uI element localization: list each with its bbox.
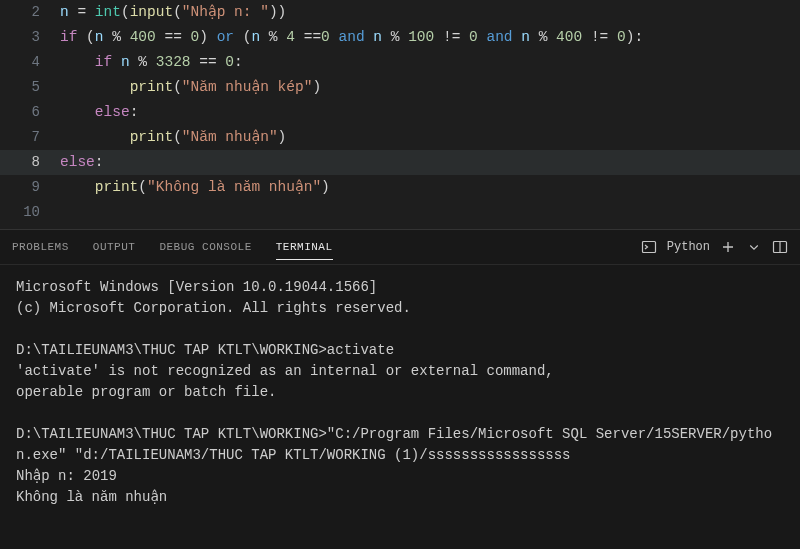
code-line[interactable]: 5 print("Năm nhuận kép") (0, 75, 800, 100)
svg-rect-0 (642, 242, 655, 253)
tab-debug-console[interactable]: DEBUG CONSOLE (159, 235, 251, 259)
code-content: print("Năm nhuận") (60, 125, 800, 150)
tab-problems[interactable]: PROBLEMS (12, 235, 69, 259)
code-line[interactable]: 2 n = int(input("Nhập n: ")) (0, 0, 800, 25)
line-number: 3 (0, 25, 60, 50)
split-terminal-icon[interactable] (772, 239, 788, 255)
launch-profile-icon[interactable] (641, 239, 657, 255)
line-number: 5 (0, 75, 60, 100)
code-content: else: (60, 150, 800, 175)
bottom-panel: PROBLEMS OUTPUT DEBUG CONSOLE TERMINAL P… (0, 230, 800, 549)
code-line[interactable]: 10 (0, 200, 800, 225)
code-content: print("Không là năm nhuận") (60, 175, 800, 200)
code-content: n = int(input("Nhập n: ")) (60, 0, 800, 25)
code-line[interactable]: 3 if (n % 400 == 0) or (n % 4 ==0 and n … (0, 25, 800, 50)
chevron-down-icon[interactable] (746, 239, 762, 255)
line-number: 10 (0, 200, 60, 225)
code-line[interactable]: 6 else: (0, 100, 800, 125)
shell-label[interactable]: Python (667, 240, 710, 254)
line-number: 7 (0, 125, 60, 150)
code-line[interactable]: 4 if n % 3328 == 0: (0, 50, 800, 75)
code-content: if (n % 400 == 0) or (n % 4 ==0 and n % … (60, 25, 800, 50)
code-line[interactable]: 7 print("Năm nhuận") (0, 125, 800, 150)
line-number: 9 (0, 175, 60, 200)
code-line[interactable]: 9 print("Không là năm nhuận") (0, 175, 800, 200)
new-terminal-icon[interactable] (720, 239, 736, 255)
code-content: else: (60, 100, 800, 125)
terminal-output[interactable]: Microsoft Windows [Version 10.0.19044.15… (0, 265, 800, 549)
panel-actions: Python (641, 239, 788, 255)
code-content: print("Năm nhuận kép") (60, 75, 800, 100)
line-number: 4 (0, 50, 60, 75)
panel-tabs: PROBLEMS OUTPUT DEBUG CONSOLE TERMINAL P… (0, 230, 800, 265)
code-content (60, 200, 800, 225)
code-editor[interactable]: 2 n = int(input("Nhập n: ")) 3 if (n % 4… (0, 0, 800, 229)
tab-output[interactable]: OUTPUT (93, 235, 136, 259)
line-number: 6 (0, 100, 60, 125)
tab-terminal[interactable]: TERMINAL (276, 235, 333, 260)
code-content: if n % 3328 == 0: (60, 50, 800, 75)
line-number: 8 (0, 150, 60, 175)
code-line[interactable]: 8 else: (0, 150, 800, 175)
line-number: 2 (0, 0, 60, 25)
